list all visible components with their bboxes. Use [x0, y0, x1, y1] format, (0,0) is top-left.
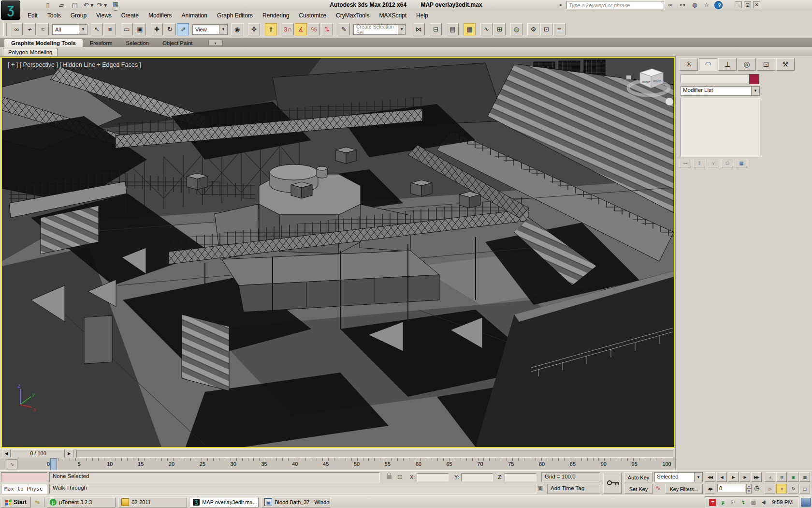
select-and-scale-button[interactable]: ⇗	[177, 23, 189, 35]
align-button[interactable]: ⊟	[430, 23, 442, 35]
current-frame-field[interactable]	[717, 484, 745, 492]
menu-item[interactable]: Tools	[43, 11, 66, 20]
maxscript-listener-field[interactable]	[1, 484, 47, 494]
ribbon-tab[interactable]: Graphite Modeling Tools	[4, 39, 83, 47]
bind-to-space-warp-button[interactable]: ≈	[37, 23, 49, 35]
volume-tray-icon[interactable]: ◀)	[760, 499, 767, 506]
mirror-button[interactable]: ⋈	[413, 23, 425, 35]
edit-named-selection-sets-button[interactable]: ✎	[338, 23, 350, 35]
favorites-star-icon[interactable]: ☆	[702, 1, 711, 9]
object-color-swatch[interactable]	[749, 74, 759, 84]
menu-item[interactable]: Customize	[294, 11, 331, 20]
viewport-canvas[interactable]: FRONT RIGHT z y x [ + ] [ Perspective ] …	[2, 58, 674, 447]
percent-snap-button[interactable]: %	[308, 23, 320, 35]
menu-item[interactable]: Modifiers	[144, 11, 177, 20]
restore-button[interactable]: ◱	[744, 1, 751, 8]
orbit-button[interactable]: ↻	[788, 484, 798, 493]
material-editor-button[interactable]: ◍	[510, 23, 522, 35]
frame-spinner[interactable]: ▲ ▼	[746, 484, 752, 493]
hierarchy-tab[interactable]: ⊥	[718, 58, 737, 71]
display-tab[interactable]: ⊡	[757, 58, 775, 71]
save-file-button[interactable]: ▤	[70, 0, 80, 10]
go-to-start-button[interactable]: ◀◀	[705, 472, 715, 482]
create-tab[interactable]: ✳	[680, 58, 698, 71]
menu-item[interactable]: Help	[411, 11, 433, 20]
curve-editor-button[interactable]: ∿	[480, 23, 493, 35]
time-slider-handle[interactable]: 0 / 100	[12, 449, 65, 458]
modify-tab[interactable]: ◠	[699, 58, 717, 71]
menu-item[interactable]: Animation	[177, 11, 212, 20]
infocenter-search-input[interactable]	[566, 1, 664, 9]
utorrent-tray-icon[interactable]: µ	[719, 499, 726, 506]
usb-tray-icon[interactable]: ↯	[740, 499, 747, 506]
remove-modifier-button[interactable]: ∅	[722, 159, 733, 167]
start-button[interactable]: Start	[1, 497, 31, 508]
x-coordinate-field[interactable]	[417, 473, 449, 481]
toolbar-drag-handle[interactable]	[3, 23, 7, 36]
rendered-frame-window-button[interactable]: ⊡	[540, 23, 552, 35]
viewport[interactable]: FRONT RIGHT z y x [ + ] [ Perspective ] …	[1, 57, 675, 448]
time-tag-cube-icon[interactable]: ▣	[537, 485, 543, 492]
play-button[interactable]: ▶	[728, 472, 739, 482]
previous-frame-button[interactable]: ◀	[716, 472, 727, 482]
menu-item[interactable]: Rendering	[258, 11, 294, 20]
select-and-rotate-button[interactable]: ↻	[164, 23, 176, 35]
show-desktop-button[interactable]	[801, 498, 811, 507]
select-object-button[interactable]: ↖	[91, 23, 103, 35]
key-mode-toggle-button[interactable]: ◀▶	[705, 484, 715, 493]
select-and-move-button[interactable]: ✚	[151, 23, 163, 35]
utilities-tab[interactable]: ⚒	[776, 58, 795, 71]
object-name-field[interactable]	[681, 75, 750, 83]
select-by-name-button[interactable]: ≡	[104, 23, 116, 35]
avira-tray-icon[interactable]: ☂	[709, 499, 716, 506]
absolute-offset-mode-icon[interactable]: ⊡	[397, 473, 403, 480]
time-slider-track[interactable]	[76, 450, 673, 458]
go-to-end-button[interactable]: ▶▶	[751, 472, 762, 482]
ribbon-tab[interactable]: Object Paint	[156, 39, 200, 47]
ribbon-toggle-button[interactable]: ▦	[464, 23, 476, 35]
ribbon-tab[interactable]: Selection	[119, 39, 156, 47]
spinner-snap-button[interactable]: ⇅	[321, 23, 333, 35]
project-folder-button[interactable]: ▥ ▾	[110, 0, 121, 10]
modifier-list-dropdown[interactable]: Modifier List ▼	[681, 86, 760, 96]
selection-lock-icon[interactable]	[387, 475, 392, 479]
make-unique-button[interactable]: ⋎	[708, 159, 719, 167]
taskbar-bloodbath-button[interactable]: ▣ Blood Bath_37 - Window...	[261, 497, 330, 508]
select-and-link-button[interactable]: ∞	[11, 23, 23, 35]
taskbar-folder-button[interactable]: 02-2011	[118, 497, 187, 508]
maximize-viewport-button[interactable]: ◳	[799, 484, 810, 493]
application-menu-button[interactable]: Ʒ	[1, 0, 20, 20]
next-frame-button[interactable]: ▶	[740, 472, 750, 482]
snaps-toggle-button[interactable]: 3∩	[282, 23, 294, 35]
zoom-all-button[interactable]: ⊞	[776, 472, 787, 482]
auto-key-button[interactable]: Auto Key	[624, 472, 652, 482]
chevron-down-icon[interactable]: ▼	[79, 25, 87, 34]
flag-tray-icon[interactable]: ⚐	[729, 499, 737, 506]
new-scene-button[interactable]: ▯	[43, 0, 53, 10]
named-selection-sets-dropdown[interactable]: Create Selection Sel ▼	[353, 24, 406, 35]
track-bar[interactable]: ∿ 05101520253035404550556065707580859095…	[0, 458, 675, 471]
pin-stack-button[interactable]: ⊶	[680, 159, 691, 167]
zoom-extents-all-button[interactable]: ▦	[799, 472, 810, 482]
menu-item[interactable]: Group	[66, 11, 91, 20]
ribbon-minimize-button[interactable]: ▾	[208, 40, 223, 46]
viewcube-front-label[interactable]: FRONT	[642, 81, 650, 84]
time-configuration-button[interactable]: ◷	[754, 484, 759, 492]
close-button[interactable]: ✕	[753, 1, 760, 8]
redo-button[interactable]: ↷ ▾	[97, 0, 107, 10]
keyboard-shortcut-override-button[interactable]: ⇧	[265, 23, 277, 35]
ribbon-tab[interactable]: Freeform	[83, 39, 119, 47]
rectangular-selection-region-button[interactable]: ▭	[121, 23, 133, 35]
taskbar-utorrent-button[interactable]: µ µTorrent 3.2.3	[47, 497, 116, 508]
network-tray-icon[interactable]: ▥	[750, 499, 757, 506]
set-key-button[interactable]: Set Key	[624, 484, 652, 494]
render-production-button[interactable]: ☕	[553, 23, 566, 35]
unlink-selection-button[interactable]: ≁	[24, 23, 36, 35]
default-tangent-icon[interactable]: ∿	[655, 484, 661, 492]
time-slider-next-button[interactable]: ▶	[65, 449, 73, 457]
track-bar-ruler[interactable]: 0510152025303540455055606570758085909510…	[45, 458, 671, 471]
chevron-down-icon[interactable]: ▼	[219, 25, 227, 34]
search-expander-icon[interactable]: ▸	[560, 2, 562, 7]
spinner-down-icon[interactable]: ▼	[746, 489, 752, 493]
set-keys-button[interactable]	[603, 473, 622, 494]
